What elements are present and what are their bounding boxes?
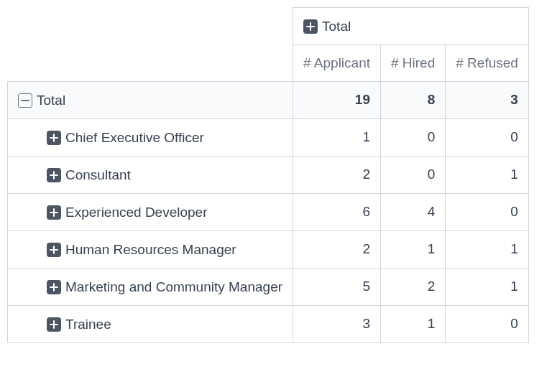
cell-value[interactable]: 1 <box>446 230 529 268</box>
cell-value[interactable]: 1 <box>446 156 529 193</box>
cell-value[interactable]: 1 <box>293 118 381 156</box>
cell-value[interactable]: 3 <box>293 305 381 342</box>
cell-value[interactable]: 4 <box>381 193 446 230</box>
cell-value[interactable]: 0 <box>446 118 529 156</box>
col-header-refused[interactable]: # Refused <box>446 45 529 81</box>
plus-icon <box>47 280 61 294</box>
cell-value[interactable]: 1 <box>381 230 446 268</box>
minus-icon <box>18 93 32 108</box>
plus-icon <box>47 131 61 145</box>
row-label: Trainee <box>65 317 111 332</box>
row-toggle[interactable]: Experienced Developer <box>8 193 293 230</box>
col-header-applicant[interactable]: # Applicant <box>293 45 381 81</box>
row-total-label: Total <box>37 93 65 108</box>
cell-value[interactable]: 19 <box>293 81 381 118</box>
table-row: Chief Executive Officer 1 0 0 <box>8 118 529 156</box>
cell-value[interactable]: 6 <box>293 193 381 230</box>
cell-value[interactable]: 2 <box>381 268 446 305</box>
cell-value[interactable]: 1 <box>381 305 446 342</box>
table-row: Marketing and Community Manager 5 2 1 <box>8 268 529 305</box>
cell-value[interactable]: 3 <box>446 81 529 118</box>
cell-value[interactable]: 0 <box>446 193 529 230</box>
row-total-toggle[interactable]: Total <box>8 81 293 118</box>
row-toggle[interactable]: Consultant <box>8 156 293 193</box>
table-row: Experienced Developer 6 4 0 <box>8 193 529 230</box>
cell-value[interactable]: 2 <box>293 230 381 268</box>
pivot-corner-blank <box>8 8 293 82</box>
cell-value[interactable]: 0 <box>446 305 529 342</box>
table-row: Human Resources Manager 2 1 1 <box>8 230 529 268</box>
cell-value[interactable]: 0 <box>381 156 446 193</box>
col-group-label: Total <box>322 19 351 34</box>
table-row: Trainee 3 1 0 <box>8 305 529 342</box>
row-label: Chief Executive Officer <box>65 130 204 145</box>
row-toggle[interactable]: Trainee <box>8 305 293 342</box>
cell-value[interactable]: 0 <box>381 118 446 156</box>
plus-icon <box>47 243 61 257</box>
plus-icon <box>303 19 318 34</box>
cell-value[interactable]: 8 <box>381 81 446 118</box>
pivot-table: Total # Applicant # Hired # Refused Tota… <box>7 7 529 343</box>
row-toggle[interactable]: Human Resources Manager <box>8 230 293 268</box>
row-label: Marketing and Community Manager <box>65 279 282 294</box>
row-toggle[interactable]: Marketing and Community Manager <box>8 268 293 305</box>
cell-value[interactable]: 5 <box>293 268 381 305</box>
col-header-hired[interactable]: # Hired <box>381 45 446 81</box>
cell-value[interactable]: 1 <box>446 268 529 305</box>
col-group-total[interactable]: Total <box>293 8 529 45</box>
plus-icon <box>47 317 61 332</box>
row-label: Consultant <box>65 167 131 182</box>
plus-icon <box>47 205 61 220</box>
table-row: Consultant 2 0 1 <box>8 156 529 193</box>
row-total: Total 19 8 3 <box>8 81 529 118</box>
plus-icon <box>47 168 61 182</box>
cell-value[interactable]: 2 <box>293 156 381 193</box>
row-label: Experienced Developer <box>65 205 208 220</box>
row-label: Human Resources Manager <box>65 242 236 257</box>
row-toggle[interactable]: Chief Executive Officer <box>8 118 293 156</box>
